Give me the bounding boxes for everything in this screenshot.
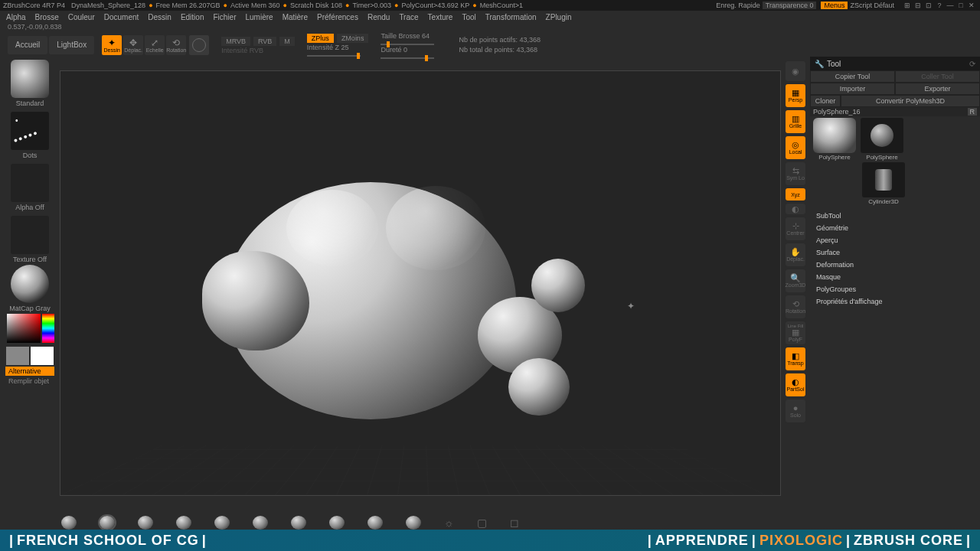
stroke-thumbnail[interactable] [11, 112, 49, 150]
gyro-button[interactable] [189, 35, 209, 55]
brush-size-label[interactable]: Taille Brosse 64 [381, 32, 434, 40]
menu-zplugin[interactable]: ZPlugin [546, 13, 572, 21]
menu-couleur[interactable]: Couleur [68, 13, 95, 21]
fill-object-button[interactable]: Remplir objet [5, 377, 54, 385]
light-icon[interactable]: ☼ [444, 517, 454, 529]
persp-button[interactable]: ▦Persp [786, 84, 805, 107]
solo-button[interactable]: ●Solo [786, 399, 805, 422]
secondary-color-swatch[interactable] [6, 347, 29, 365]
viewport-canvas[interactable]: ✦ [60, 70, 781, 496]
quickpick-9[interactable] [368, 516, 383, 530]
partsol-button[interactable]: ◐PartSol [786, 373, 805, 396]
home-button[interactable]: Accueil [8, 36, 47, 54]
menu-transformation[interactable]: Transformation [485, 13, 537, 21]
minimize-icon[interactable]: — [945, 2, 956, 9]
material-thumbnail[interactable] [11, 265, 49, 303]
tool-thumb-current[interactable]: PolySphere [812, 118, 858, 161]
frame2-icon[interactable]: ◻ [510, 517, 519, 529]
clone-button[interactable]: Cloner [810, 95, 841, 107]
transparency-btn[interactable]: Transparence 0 [763, 2, 817, 9]
quick-save[interactable]: Enreg. Rapide [716, 2, 760, 9]
quickpick-3[interactable] [138, 516, 153, 530]
rvb-button[interactable]: RVB [253, 37, 276, 46]
pan-button[interactable]: ✋Déplac. [786, 243, 805, 266]
section-deformation[interactable]: Deformation [816, 259, 974, 271]
bpr-button[interactable]: ◉ [786, 61, 805, 81]
import-button[interactable]: Importer [810, 83, 895, 95]
menu-document[interactable]: Document [104, 13, 139, 21]
primary-color-swatch[interactable] [31, 347, 54, 365]
section-preview[interactable]: Aperçu [816, 234, 974, 246]
section-subtool[interactable]: SubTool [816, 210, 974, 222]
z-intensity-slider[interactable] [307, 55, 361, 57]
quickpick-2[interactable] [100, 516, 115, 530]
texture-thumbnail[interactable] [11, 216, 49, 254]
zmoins-button[interactable]: ZMoins [337, 34, 369, 43]
layout2-icon[interactable]: ⊟ [913, 2, 923, 9]
menu-alpha[interactable]: Alpha [6, 13, 26, 21]
quickpick-7[interactable] [291, 516, 306, 530]
polyframe-button[interactable]: Line Fill▦PolyF [786, 321, 805, 344]
grid-button[interactable]: ▥Grille [786, 110, 805, 133]
local-button[interactable]: ◎Local [786, 136, 805, 159]
menu-matiere[interactable]: Matière [283, 13, 308, 21]
scale-mode-button[interactable]: ⤢Echelle [145, 35, 165, 55]
tool-thumb-cylinder[interactable]: Cylinder3D [861, 162, 906, 205]
section-polygroups[interactable]: PolyGroupes [816, 283, 974, 295]
rotate-mode-button[interactable]: ⟲Rotation [166, 35, 186, 55]
menu-edition[interactable]: Edition [181, 13, 204, 21]
axis-sub-button[interactable]: ◐ [786, 204, 805, 214]
section-display[interactable]: Propriétés d'affichage [816, 295, 974, 308]
menu-texture[interactable]: Texture [428, 13, 453, 21]
z-intensity-label[interactable]: Intensité Z 25 [307, 44, 369, 51]
move-mode-button[interactable]: ✥Déplac. [123, 35, 143, 55]
draw-mode-button[interactable]: ✦Dessin [102, 35, 122, 55]
menu-fichier[interactable]: Fichier [213, 13, 236, 21]
section-geometry[interactable]: Géométrie [816, 222, 974, 234]
layout3-icon[interactable]: ⊡ [923, 2, 934, 9]
alpha-thumbnail[interactable] [11, 164, 49, 202]
color-picker[interactable] [5, 314, 54, 344]
help-icon[interactable]: ? [934, 2, 945, 9]
zoom3d-button[interactable]: 🔍Zoom3D [786, 269, 805, 292]
hardness-slider[interactable] [381, 57, 434, 59]
quickpick-8[interactable] [329, 516, 345, 530]
paste-tool-button[interactable]: Coller Tool [895, 70, 980, 83]
copy-tool-button[interactable]: Copier Tool [810, 70, 895, 83]
export-button[interactable]: Exporter [895, 83, 980, 95]
m-button[interactable]: M [279, 37, 295, 46]
menus-toggle[interactable]: Menus [821, 2, 848, 9]
layout-icon[interactable]: ⊞ [902, 2, 913, 9]
menu-brosse[interactable]: Brosse [35, 13, 59, 21]
convert-polymesh-button[interactable]: Convertir PolyMesh3D [841, 95, 980, 107]
transp-button[interactable]: ◧Transp [786, 347, 805, 370]
tool-panel-header[interactable]: 🔧 Tool ⟳ [810, 57, 980, 70]
section-mask[interactable]: Masque [816, 271, 974, 283]
quickpick-5[interactable] [214, 516, 230, 530]
mrvb-button[interactable]: MRVB [221, 37, 250, 46]
close-icon[interactable]: ✕ [966, 2, 977, 9]
quickpick-6[interactable] [253, 516, 268, 530]
brush-thumbnail[interactable] [11, 60, 49, 98]
lightbox-button[interactable]: LightBox [49, 36, 94, 54]
maximize-icon[interactable]: □ [956, 2, 966, 9]
rotate3d-button[interactable]: ⟲Rotation [786, 295, 805, 318]
quickpick-4[interactable] [176, 516, 191, 530]
section-surface[interactable]: Surface [816, 246, 974, 259]
tool-thumb-polysphere[interactable]: PolySphere [859, 118, 905, 161]
alternative-button[interactable]: Alternative [5, 367, 54, 376]
quickpick-1[interactable] [61, 516, 77, 530]
menu-trace[interactable]: Trace [399, 13, 418, 21]
zplus-button[interactable]: ZPlus [307, 34, 334, 43]
menu-dessin[interactable]: Dessin [148, 13, 172, 21]
menu-tool[interactable]: Tool [462, 13, 475, 21]
brush-size-slider[interactable] [381, 44, 434, 45]
frame1-icon[interactable]: ▢ [477, 517, 487, 529]
symlock-button[interactable]: ⇆Sym Lo [786, 162, 805, 185]
xyz-button[interactable]: Xyz [786, 188, 805, 201]
menu-preferences[interactable]: Préférences [317, 13, 358, 21]
r-button[interactable]: R [968, 108, 978, 116]
menu-lumiere[interactable]: Lumière [245, 13, 273, 21]
center-button[interactable]: ⊹Centrer [786, 217, 805, 240]
refresh-icon[interactable]: ⟳ [969, 60, 975, 68]
